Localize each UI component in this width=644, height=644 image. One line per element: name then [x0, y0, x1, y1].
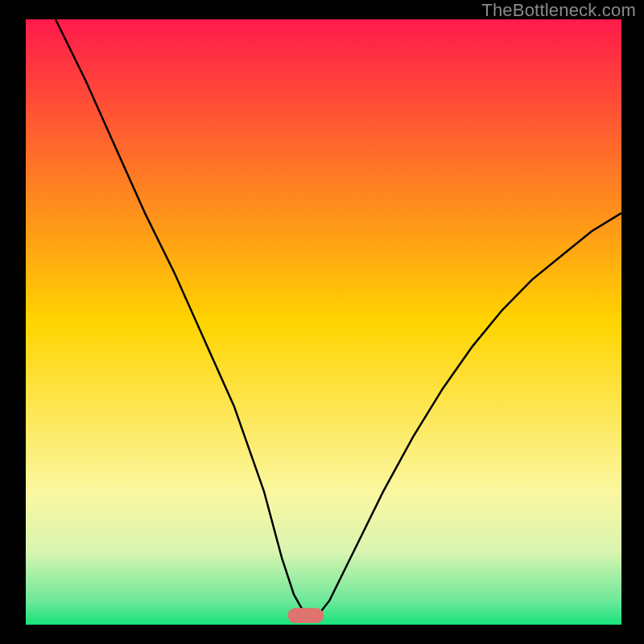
- watermark-label: TheBottleneck.com: [481, 0, 636, 21]
- chart-container: TheBottleneck.com: [0, 0, 644, 644]
- plot-area: [26, 19, 621, 625]
- optimal-marker: [288, 608, 324, 623]
- bottleneck-chart: [0, 0, 644, 644]
